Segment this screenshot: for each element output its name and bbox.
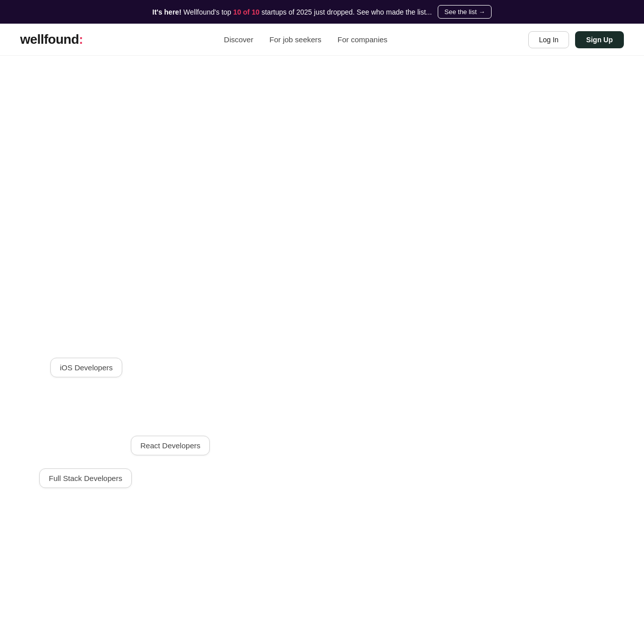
navbar: wellfound: Discover For job seekers For … [0, 24, 644, 56]
login-button[interactable]: Log In [528, 31, 569, 48]
logo-dot: : [79, 32, 83, 47]
tag-fullstack-developers[interactable]: Full Stack Developers [39, 468, 132, 488]
banner-body: Wellfound's top [184, 8, 231, 16]
nav-links: Discover For job seekers For companies [224, 35, 387, 44]
banner-body2: startups of 2025 just dropped. See who m… [262, 8, 432, 16]
logo[interactable]: wellfound: [20, 32, 83, 47]
signup-button[interactable]: Sign Up [575, 31, 624, 48]
banner-text: It's here! Wellfound's top 10 of 10 star… [152, 8, 432, 16]
see-list-button[interactable]: See the list → [438, 5, 492, 19]
nav-job-seekers[interactable]: For job seekers [269, 35, 321, 44]
nav-discover[interactable]: Discover [224, 35, 253, 44]
banner-highlight: 10 of 10 [233, 8, 260, 16]
main-content: iOS Developers React Developers Full Sta… [0, 56, 644, 644]
nav-actions: Log In Sign Up [528, 31, 624, 48]
tag-ios-developers[interactable]: iOS Developers [50, 358, 122, 377]
tag-react-developers[interactable]: React Developers [131, 436, 210, 455]
nav-companies[interactable]: For companies [338, 35, 387, 44]
logo-text: wellfound [20, 32, 79, 47]
top-banner: It's here! Wellfound's top 10 of 10 star… [0, 0, 644, 24]
banner-bold: It's here! [152, 8, 182, 16]
